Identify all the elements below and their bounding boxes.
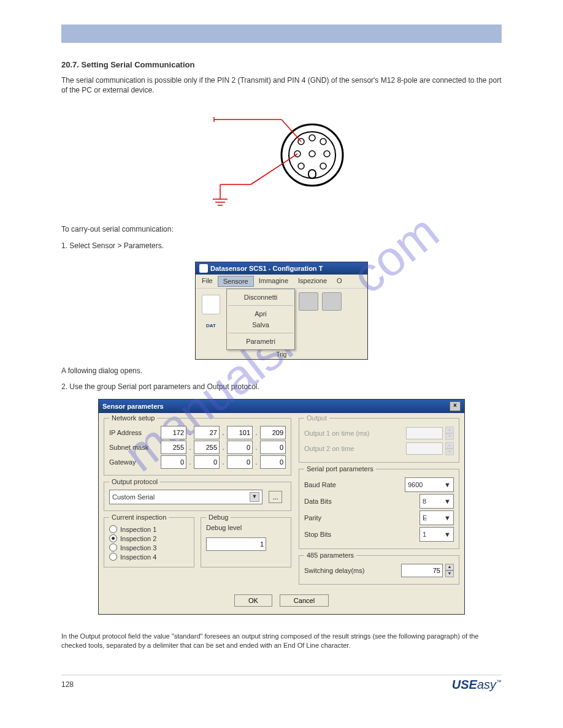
- menu-item-open[interactable]: Apri: [227, 308, 294, 319]
- chevron-down-icon: ▼: [250, 492, 259, 502]
- chevron-down-icon: ▼: [444, 531, 451, 538]
- 485-legend: 485 parameters: [304, 552, 356, 559]
- stopbits-select[interactable]: 1▼: [419, 527, 454, 542]
- output-group: Output Output 1 on time (ms) ▲▼ Output 2…: [299, 418, 459, 463]
- debug-label: Debug level: [206, 524, 286, 531]
- output1-input: [406, 427, 443, 439]
- current-legend: Current inspection: [109, 514, 169, 521]
- debug-level-input[interactable]: [206, 537, 266, 551]
- protocol-select[interactable]: Custom Serial ▼: [109, 490, 262, 504]
- output-protocol-group: Output protocol Custom Serial ▼ ...: [104, 482, 291, 511]
- newdoc-icon[interactable]: [202, 295, 220, 314]
- cancel-button[interactable]: Cancel: [280, 594, 329, 607]
- footnote-text: In the Output protocol field the value "…: [61, 632, 502, 650]
- databits-select[interactable]: 8▼: [419, 494, 454, 509]
- menu-item-params[interactable]: Parametri: [227, 336, 294, 347]
- subnet-field-1[interactable]: [161, 441, 186, 454]
- serial-port-group: Serial port parameters Baud Rate 9600▼ D…: [299, 469, 459, 549]
- page-footer: 128 USEasy™: [61, 675, 502, 692]
- dialog-title-text: Sensor parameters: [102, 403, 164, 410]
- output1-spinner: ▲▼: [445, 427, 454, 440]
- ip-field-1[interactable]: [161, 426, 186, 439]
- switching-delay-input[interactable]: [401, 564, 443, 577]
- titlebar-text: Datasensor SCS1 - Configuration T: [210, 265, 323, 272]
- 485-parameters-group: 485 parameters Switching delay(ms) ▲▼: [299, 555, 459, 585]
- gateway-label: Gateway: [109, 458, 158, 466]
- menu-sensore[interactable]: Sensore: [218, 276, 254, 287]
- toolbar-right: [295, 289, 367, 350]
- ip-label: IP Address: [109, 429, 158, 436]
- subnet-field-3[interactable]: [227, 441, 253, 454]
- svg-point-0: [282, 124, 343, 186]
- menu-item-save[interactable]: Salva: [227, 319, 294, 330]
- output2-label: Output 2 on time: [304, 445, 404, 452]
- output1-label: Output 1 on time (ms): [304, 430, 404, 437]
- network-setup-group: Network setup IP Address . . . Subnet ma…: [104, 418, 291, 476]
- chevron-down-icon: ▼: [444, 514, 451, 521]
- inspection-3-radio[interactable]: Inspection 3: [109, 544, 189, 552]
- menu-options[interactable]: O: [332, 276, 347, 287]
- step2-text: A following dialog opens.: [61, 366, 502, 376]
- protocol-legend: Output protocol: [109, 478, 160, 485]
- menu-screenshot: Datasensor SCS1 - Configuration T File S…: [195, 262, 368, 360]
- gateway-field-4[interactable]: [260, 455, 286, 469]
- switching-delay-spinner[interactable]: ▲▼: [445, 564, 454, 577]
- dropdown-panel: Disconnetti Apri Salva Parametri: [226, 289, 295, 350]
- inspection-1-radio[interactable]: Inspection 1: [109, 525, 189, 533]
- toolbar-button-1[interactable]: [299, 292, 318, 311]
- menu-file[interactable]: File: [197, 276, 218, 287]
- subnet-field-2[interactable]: [194, 441, 220, 454]
- parity-select[interactable]: E▼: [419, 510, 454, 525]
- status-text: Trig: [196, 350, 367, 359]
- dialog-titlebar: Sensor parameters ×: [99, 400, 464, 413]
- serial-legend: Serial port parameters: [304, 465, 376, 472]
- header-bar: [61, 25, 502, 43]
- gateway-field-3[interactable]: [227, 455, 253, 469]
- subnet-label: Subnet mask: [109, 444, 158, 451]
- stopbits-label: Stop Bits: [304, 531, 417, 538]
- section-title: 20.7. Setting Serial Communication: [61, 60, 502, 69]
- gateway-field-2[interactable]: [194, 455, 220, 469]
- output-legend: Output: [304, 414, 329, 422]
- menubar: File Sensore Immagine Ispezione O: [196, 275, 367, 289]
- menu-item-disconnect[interactable]: Disconnetti: [227, 292, 294, 303]
- baud-label: Baud Rate: [304, 481, 402, 488]
- menu-ispezione[interactable]: Ispezione: [293, 276, 332, 287]
- chevron-down-icon: ▼: [444, 498, 451, 505]
- subnet-field-4[interactable]: [260, 441, 286, 454]
- menu-immagine[interactable]: Immagine: [254, 276, 293, 287]
- footer-logo: USEasy™: [452, 678, 502, 692]
- logo-text: DAT: [197, 323, 225, 328]
- network-legend: Network setup: [109, 414, 157, 422]
- current-inspection-group: Current inspection Inspection 1 Inspecti…: [104, 517, 194, 567]
- debug-legend: Debug: [206, 514, 231, 521]
- inspection-2-radio[interactable]: Inspection 2: [109, 534, 189, 542]
- ip-field-3[interactable]: [227, 426, 253, 439]
- baud-select[interactable]: 9600▼: [405, 477, 454, 492]
- app-icon: [199, 264, 208, 273]
- protocol-settings-button[interactable]: ...: [269, 491, 282, 503]
- connector-diagram: [61, 106, 502, 218]
- sensor-parameters-dialog: Sensor parameters × Network setup IP Add…: [98, 399, 465, 615]
- chevron-down-icon: ▼: [444, 481, 451, 488]
- titlebar: Datasensor SCS1 - Configuration T: [196, 262, 367, 275]
- switching-delay-label: Switching delay(ms): [304, 567, 399, 574]
- toolbar-button-2[interactable]: [322, 292, 342, 311]
- gateway-field-1[interactable]: [161, 455, 186, 469]
- output2-input: [406, 442, 443, 455]
- ok-button[interactable]: OK: [234, 594, 272, 607]
- parity-label: Parity: [304, 514, 417, 521]
- ip-field-2[interactable]: [194, 426, 220, 439]
- step1-text: 1. Select Sensor > Parameters.: [61, 241, 502, 251]
- databits-label: Data Bits: [304, 498, 417, 505]
- step3-text: 2. Use the group Serial port parameters …: [61, 382, 502, 392]
- debug-group: Debug Debug level: [201, 517, 291, 567]
- ip-field-4[interactable]: [260, 426, 286, 439]
- intro-text: To carry-out serial communication:: [61, 224, 502, 234]
- section-paragraph: The serial communication is possible onl…: [61, 75, 502, 95]
- protocol-value: Custom Serial: [112, 493, 155, 501]
- close-icon[interactable]: ×: [450, 401, 461, 411]
- inspection-4-radio[interactable]: Inspection 4: [109, 553, 189, 561]
- page-number: 128: [61, 680, 74, 689]
- toolbar-left: DAT: [196, 289, 227, 350]
